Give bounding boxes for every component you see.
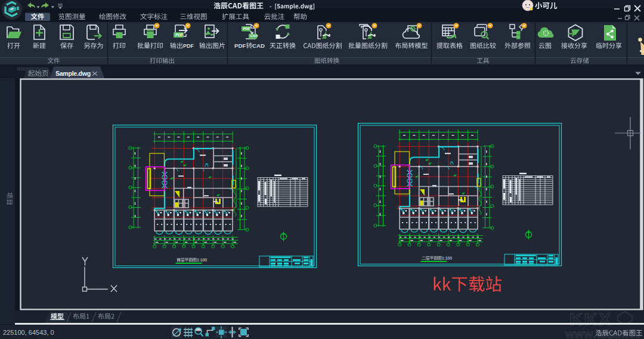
svg-text:KKX: KKX [569, 309, 612, 329]
svg-text:225100, 64543, 0: 225100, 64543, 0 [3, 329, 54, 336]
svg-text:PDF: PDF [183, 43, 194, 49]
svg-text:CAD: CAD [252, 42, 265, 49]
svg-text:PDF: PDF [234, 42, 246, 49]
svg-text:CAD: CAD [250, 34, 259, 38]
svg-text:www.kkx.net: www.kkx.net [565, 328, 640, 339]
svg-text:PDF: PDF [175, 33, 183, 37]
svg-text:1:100: 1:100 [442, 256, 452, 260]
svg-text:1:100: 1:100 [197, 258, 207, 262]
svg-text:PDF: PDF [243, 27, 250, 30]
svg-text:Sample.dwg: Sample.dwg [55, 70, 91, 77]
